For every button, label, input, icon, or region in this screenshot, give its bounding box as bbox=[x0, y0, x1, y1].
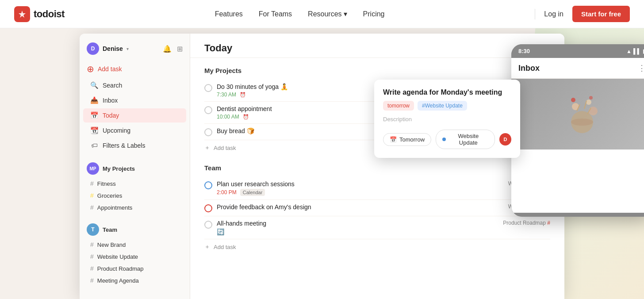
tag-website[interactable]: #Website Update bbox=[418, 101, 467, 111]
plus-icon: ⊕ bbox=[87, 64, 94, 74]
avatar: D bbox=[87, 42, 99, 55]
task-checkbox[interactable] bbox=[204, 106, 212, 114]
task-checkbox[interactable] bbox=[204, 221, 212, 229]
sidebar-item-meeting-agenda[interactable]: # Meeting Agenda bbox=[83, 275, 186, 286]
task-checkbox[interactable] bbox=[204, 204, 212, 212]
team-header[interactable]: T Team bbox=[80, 221, 190, 238]
alarm-icon: ⏰ bbox=[243, 114, 249, 120]
nav-features[interactable]: Features bbox=[215, 10, 243, 18]
sidebar-item-upcoming[interactable]: 📆 Upcoming bbox=[83, 123, 186, 138]
hash-icon: # bbox=[90, 180, 94, 187]
navbar: todoist Features For Teams Resources ▾ P… bbox=[0, 0, 644, 28]
sidebar-item-new-brand[interactable]: # New Brand bbox=[83, 239, 186, 250]
mobile-status-icons: ▲ ▌▌ ▮ bbox=[626, 48, 644, 54]
task-info: Provide feedback on Amy's design bbox=[217, 203, 504, 212]
task-meta: 2:00 PM Calendar bbox=[217, 189, 504, 196]
plus-icon: ＋ bbox=[204, 243, 210, 251]
task-feedback: Provide feedback on Amy's design Website… bbox=[204, 200, 550, 216]
svg-line-6 bbox=[584, 101, 586, 109]
mobile-content: Inbox ⋮ bbox=[511, 58, 644, 213]
my-projects-section-title: My Projects bbox=[204, 67, 550, 74]
alarm-icon: ⏰ bbox=[240, 92, 246, 98]
task-detail-popup: Write agenda for Monday's meeting tomorr… bbox=[374, 80, 520, 158]
user-info[interactable]: D Denise ▾ bbox=[87, 42, 129, 55]
task-checkbox[interactable] bbox=[204, 128, 212, 136]
login-link[interactable]: Log in bbox=[544, 10, 564, 18]
calendar-badge: Calendar bbox=[240, 189, 265, 196]
mobile-overlay: 8:30 ▲ ▌▌ ▮ Inbox ⋮ bbox=[511, 44, 644, 217]
task-checkbox[interactable] bbox=[204, 181, 212, 189]
dot-icon bbox=[442, 138, 446, 141]
sidebar-item-website-update[interactable]: # Website Update bbox=[83, 251, 186, 262]
sidebar-item-search[interactable]: 🔍 Search bbox=[83, 78, 186, 92]
layout-icon[interactable]: ⊞ bbox=[177, 45, 183, 53]
popup-description: Description bbox=[383, 116, 511, 123]
mobile-inbox-header: Inbox ⋮ bbox=[511, 58, 644, 79]
nav-divider bbox=[535, 9, 535, 19]
my-projects-header[interactable]: MP My Projects bbox=[80, 160, 190, 177]
more-options-icon[interactable]: ⋮ bbox=[638, 63, 644, 73]
svg-point-9 bbox=[589, 96, 593, 100]
sidebar-item-product-roadmap[interactable]: # Product Roadmap bbox=[83, 263, 186, 274]
task-checkbox[interactable] bbox=[204, 84, 212, 92]
task-info: Plan user research sessions 2:00 PM Cale… bbox=[217, 180, 504, 196]
user-name: Denise bbox=[103, 45, 123, 52]
popup-website-button[interactable]: Website Update bbox=[436, 130, 495, 149]
hash-icon: # bbox=[90, 277, 94, 284]
svg-point-1 bbox=[571, 119, 593, 126]
tag-tomorrow[interactable]: tomorrow bbox=[383, 101, 414, 111]
hash-icon: # bbox=[90, 241, 94, 248]
popup-actions: 📅 Tomorrow Website Update D bbox=[383, 130, 511, 149]
add-task-team[interactable]: ＋ Add task bbox=[204, 239, 550, 254]
popup-tags: tomorrow #Website Update bbox=[383, 101, 511, 111]
logo-icon bbox=[14, 6, 30, 22]
hash-icon: # bbox=[90, 204, 94, 211]
sidebar-item-inbox[interactable]: 📥 Inbox bbox=[83, 93, 186, 107]
popup-tomorrow-button[interactable]: 📅 Tomorrow bbox=[383, 133, 431, 146]
sidebar-item-today[interactable]: 📅 Today bbox=[83, 108, 186, 123]
chevron-down-icon: ▾ bbox=[126, 46, 129, 51]
add-task-button[interactable]: ⊕ Add task bbox=[80, 60, 190, 78]
inbox-icon: 📥 bbox=[90, 96, 98, 104]
mobile-time: 8:30 bbox=[518, 48, 530, 54]
nav-for-teams[interactable]: For Teams bbox=[259, 10, 292, 18]
sidebar: D Denise ▾ 🔔 ⊞ ⊕ Add task 🔍 Search 📥 Inb… bbox=[80, 34, 190, 299]
hash-icon: # bbox=[90, 192, 94, 199]
bell-icon[interactable]: 🔔 bbox=[163, 45, 172, 53]
my-projects-avatar: MP bbox=[87, 162, 99, 175]
wifi-icon: ▲ bbox=[626, 48, 632, 54]
navbar-center: Features For Teams Resources ▾ Pricing bbox=[215, 10, 385, 18]
section-divider: Team bbox=[204, 164, 550, 172]
team-section-title: Team bbox=[204, 164, 550, 172]
svg-point-3 bbox=[586, 100, 591, 105]
hash-icon: # bbox=[90, 265, 94, 272]
mobile-inbox-title: Inbox bbox=[518, 64, 540, 73]
page-title: Today bbox=[204, 42, 232, 54]
sidebar-item-filters[interactable]: 🏷 Filters & Labels bbox=[83, 138, 186, 152]
navbar-left: todoist bbox=[14, 6, 65, 22]
nav-pricing[interactable]: Pricing bbox=[363, 10, 385, 18]
task-allhands: All-hands meeting 🔄 Product Roadmap # bbox=[204, 216, 550, 239]
hash-icon: # bbox=[90, 253, 94, 260]
navbar-right: Log in Start for free bbox=[535, 6, 630, 22]
task-meta: 🔄 bbox=[217, 228, 498, 235]
task-user-research: Plan user research sessions 2:00 PM Cale… bbox=[204, 177, 550, 200]
main-content: Today ⚙ View My Projects Do 30 minutes o… bbox=[190, 34, 564, 299]
task-time: 10:00 AM bbox=[217, 114, 239, 120]
sidebar-item-groceries[interactable]: # Groceries bbox=[83, 190, 186, 201]
upcoming-icon: 📆 bbox=[90, 126, 98, 134]
mobile-illustration bbox=[511, 79, 644, 150]
plus-icon: ＋ bbox=[204, 144, 210, 152]
svg-point-4 bbox=[589, 107, 598, 115]
signal-icon: ▌▌ bbox=[633, 48, 641, 54]
search-icon: 🔍 bbox=[90, 81, 98, 89]
app-container: D Denise ▾ 🔔 ⊞ ⊕ Add task 🔍 Search 📥 Inb… bbox=[80, 34, 564, 299]
task-name: Provide feedback on Amy's design bbox=[217, 203, 504, 211]
start-button[interactable]: Start for free bbox=[572, 6, 630, 22]
nav-resources[interactable]: Resources ▾ bbox=[308, 10, 347, 18]
task-name: Plan user research sessions bbox=[217, 180, 504, 188]
sidebar-item-appointments[interactable]: # Appointments bbox=[83, 202, 186, 213]
sidebar-icons: 🔔 ⊞ bbox=[163, 45, 183, 53]
chevron-down-icon: ▾ bbox=[344, 10, 347, 18]
sidebar-item-fitness[interactable]: # Fitness bbox=[83, 178, 186, 189]
